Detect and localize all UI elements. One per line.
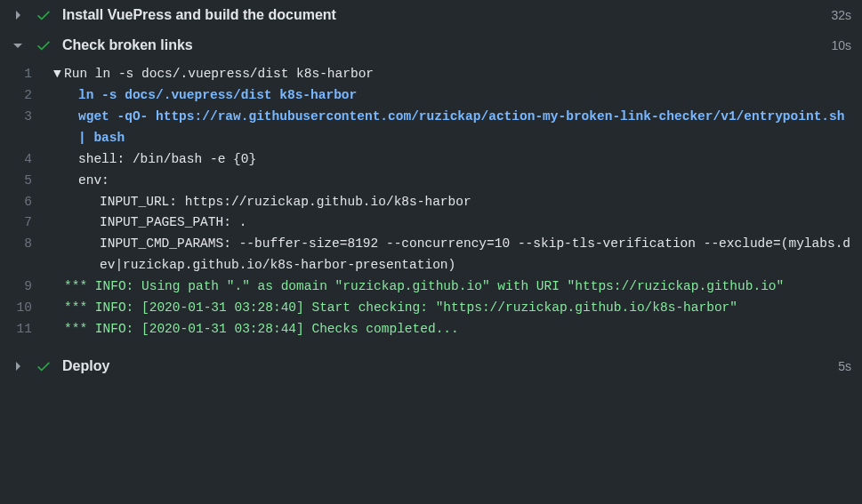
step-duration: 32s [831, 8, 851, 22]
line-number: 10 [11, 298, 53, 319]
line-content: INPUT_URL: https://ruzickap.github.io/k8… [53, 192, 851, 213]
log-line: 8 INPUT_CMD_PARAMS: --buffer-size=8192 -… [0, 234, 862, 276]
log-line: 10 *** INFO: [2020-01-31 03:28:40] Start… [0, 298, 862, 319]
check-icon [36, 7, 52, 23]
step-title: Deploy [62, 358, 838, 374]
step-duration: 5s [838, 359, 851, 373]
log-line: 5 env: [0, 171, 862, 192]
step-install-vuepress[interactable]: Install VuePress and build the document … [0, 0, 862, 30]
log-line: 6 INPUT_URL: https://ruzickap.github.io/… [0, 192, 862, 213]
log-line: 2 ln -s docs/.vuepress/dist k8s-harbor [0, 85, 862, 107]
line-content: *** INFO: Using path "." as domain "ruzi… [53, 276, 851, 298]
line-number: 3 [11, 107, 53, 128]
chevron-down-icon: ▼ [53, 64, 62, 85]
line-content: *** INFO: [2020-01-31 03:28:44] Checks c… [53, 319, 851, 340]
line-number: 6 [11, 192, 53, 213]
line-content: ln -s docs/.vuepress/dist k8s-harbor [53, 85, 851, 107]
step-check-broken-links[interactable]: Check broken links 10s [0, 30, 862, 60]
step-duration: 10s [831, 38, 851, 52]
step-title: Install VuePress and build the document [62, 7, 831, 23]
line-number: 4 [11, 149, 53, 171]
line-number: 7 [11, 212, 53, 234]
log-line[interactable]: 1 ▼Run ln -s docs/.vuepress/dist k8s-har… [0, 64, 862, 85]
log-output: 1 ▼Run ln -s docs/.vuepress/dist k8s-har… [0, 60, 862, 351]
chevron-down-icon [11, 38, 25, 52]
line-number: 11 [11, 319, 53, 340]
step-deploy[interactable]: Deploy 5s [0, 351, 862, 381]
log-line: 11 *** INFO: [2020-01-31 03:28:44] Check… [0, 319, 862, 340]
line-content: shell: /bin/bash -e {0} [53, 149, 851, 171]
log-line: 3 wget -qO- https://raw.githubuserconten… [0, 107, 862, 149]
check-icon [36, 358, 52, 374]
chevron-right-icon [11, 8, 25, 22]
check-icon [36, 37, 52, 53]
line-content: INPUT_PAGES_PATH: . [53, 212, 851, 234]
line-number: 9 [11, 276, 53, 298]
line-number: 5 [11, 171, 53, 192]
log-line: 9 *** INFO: Using path "." as domain "ru… [0, 276, 862, 298]
line-content: ▼Run ln -s docs/.vuepress/dist k8s-harbo… [53, 64, 851, 85]
step-title: Check broken links [62, 37, 831, 53]
log-line: 7 INPUT_PAGES_PATH: . [0, 212, 862, 234]
line-content: INPUT_CMD_PARAMS: --buffer-size=8192 --c… [53, 234, 851, 276]
line-number: 8 [11, 234, 53, 255]
line-number: 1 [11, 64, 53, 85]
line-content: *** INFO: [2020-01-31 03:28:40] Start ch… [53, 298, 851, 319]
log-line: 4 shell: /bin/bash -e {0} [0, 149, 862, 171]
line-number: 2 [11, 85, 53, 107]
line-content: wget -qO- https://raw.githubusercontent.… [53, 107, 851, 149]
line-content: env: [53, 171, 851, 192]
chevron-right-icon [11, 359, 25, 373]
